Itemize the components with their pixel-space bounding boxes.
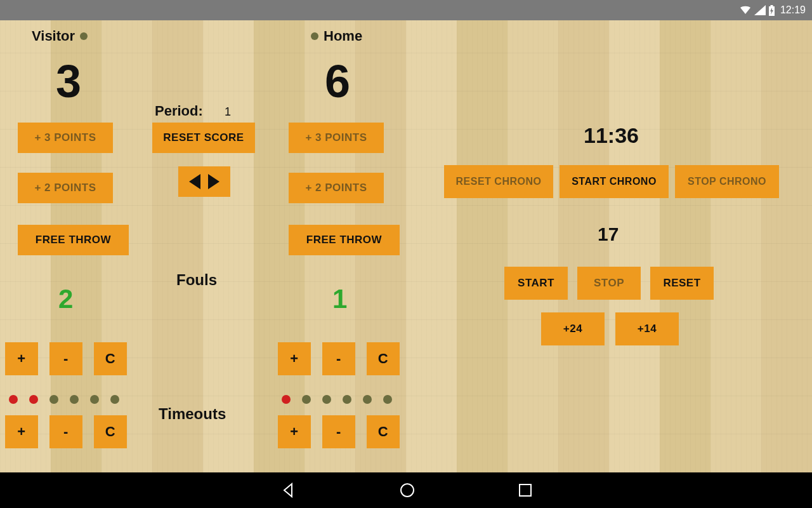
- stop-chrono-button[interactable]: STOP CHRONO: [675, 165, 779, 198]
- home-label: Home: [311, 28, 362, 44]
- nav-back-icon[interactable]: [279, 481, 297, 499]
- period-label: Period:: [155, 103, 203, 119]
- scoreboard-app: Visitor Home 3 6 Period: 1 + 3 POINTS + …: [0, 20, 812, 472]
- period-prev-icon: [189, 174, 200, 189]
- home-freethrow-button[interactable]: FREE THROW: [289, 225, 400, 255]
- nav-home-icon[interactable]: [398, 481, 416, 499]
- visitor-label: Visitor: [32, 28, 88, 44]
- shotclock-plus14-button[interactable]: +14: [615, 312, 679, 345]
- period-next-icon: [208, 174, 219, 189]
- visitor-timeout-minus-button[interactable]: -: [49, 415, 82, 448]
- visitor-plus2-button[interactable]: + 2 POINTS: [18, 173, 113, 203]
- home-timeout-dots: [282, 395, 392, 404]
- home-score: 6: [325, 55, 350, 107]
- visitor-foul-plus-button[interactable]: +: [5, 342, 38, 375]
- visitor-score: 3: [56, 55, 81, 107]
- home-fouls: 1: [332, 284, 347, 314]
- visitor-timeout-dots: [9, 395, 119, 404]
- nav-recent-icon[interactable]: [518, 483, 533, 498]
- chrono-time: 11:36: [584, 123, 639, 148]
- home-foul-clear-button[interactable]: C: [367, 342, 400, 375]
- battery-charging-icon: [768, 5, 775, 16]
- shotclock-reset-button[interactable]: RESET: [650, 267, 714, 300]
- visitor-foul-minus-button[interactable]: -: [49, 342, 82, 375]
- visitor-possession-dot: [80, 32, 88, 40]
- visitor-timeout-clear-button[interactable]: C: [94, 415, 127, 448]
- shotclock-plus24-button[interactable]: +24: [541, 312, 605, 345]
- reset-chrono-button[interactable]: RESET CHRONO: [444, 165, 553, 198]
- wifi-icon: [739, 5, 752, 15]
- visitor-timeout-plus-button[interactable]: +: [5, 415, 38, 448]
- home-timeout-minus-button[interactable]: -: [322, 415, 355, 448]
- status-time: 12:19: [780, 4, 806, 16]
- home-timeout-plus-button[interactable]: +: [278, 415, 311, 448]
- fouls-label: Fouls: [176, 271, 217, 289]
- android-nav-bar: [0, 472, 812, 508]
- home-plus2-button[interactable]: + 2 POINTS: [289, 173, 384, 203]
- svg-point-2: [401, 484, 414, 497]
- timeouts-label: Timeouts: [159, 405, 226, 423]
- home-timeout-clear-button[interactable]: C: [367, 415, 400, 448]
- home-foul-plus-button[interactable]: +: [278, 342, 311, 375]
- home-plus3-button[interactable]: + 3 POINTS: [289, 123, 384, 153]
- home-possession-dot: [311, 32, 318, 40]
- svg-rect-1: [770, 5, 773, 6]
- reset-score-button[interactable]: RESET SCORE: [152, 123, 255, 153]
- shot-clock: 17: [598, 224, 619, 245]
- shotclock-stop-button[interactable]: STOP: [577, 267, 641, 300]
- shotclock-start-button[interactable]: START: [504, 267, 568, 300]
- start-chrono-button[interactable]: START CHRONO: [560, 165, 669, 198]
- period-value: 1: [225, 105, 231, 119]
- home-foul-minus-button[interactable]: -: [322, 342, 355, 375]
- visitor-foul-clear-button[interactable]: C: [94, 342, 127, 375]
- android-status-bar: 12:19: [0, 0, 812, 20]
- period-arrows[interactable]: [178, 166, 230, 197]
- visitor-plus3-button[interactable]: + 3 POINTS: [18, 123, 113, 153]
- svg-rect-3: [520, 485, 531, 496]
- visitor-freethrow-button[interactable]: FREE THROW: [18, 225, 129, 255]
- visitor-fouls: 2: [58, 284, 73, 314]
- signal-icon: [754, 5, 766, 15]
